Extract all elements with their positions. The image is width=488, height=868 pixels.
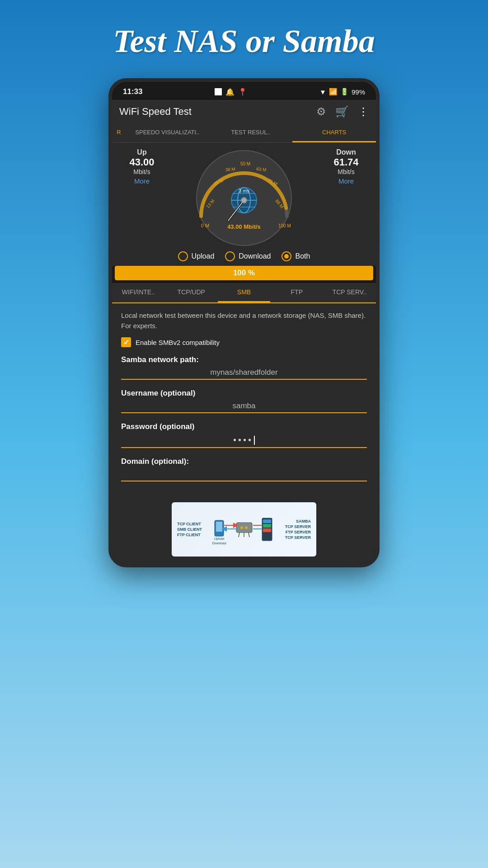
- domain-input[interactable]: [121, 470, 367, 479]
- svg-rect-21: [216, 522, 222, 532]
- svg-rect-24: [236, 523, 252, 533]
- ad-left-labels: TCP CLIENT SMB CLIENT FTP CLIENT: [177, 522, 204, 537]
- proto-tab-tcp[interactable]: TCP/UDP: [165, 283, 218, 302]
- battery-icon: 🔋: [340, 88, 349, 96]
- proto-tabs: WIFI/INTE.. TCP/UDP SMB FTP TCP SERV..: [112, 283, 376, 303]
- svg-point-25: [240, 526, 243, 529]
- ad-label-tcp-client: TCP CLIENT: [177, 522, 204, 526]
- svg-text:43.00 Mbit/s: 43.00 Mbit/s: [227, 223, 261, 230]
- proto-tab-tcpserv[interactable]: TCP SERV..: [323, 283, 376, 302]
- upload-radio-label: Upload: [192, 252, 215, 260]
- samba-path-input[interactable]: [121, 368, 367, 377]
- svg-text:63 M: 63 M: [256, 166, 267, 172]
- battery-percent: 99%: [352, 88, 365, 96]
- both-radio-circle[interactable]: [282, 251, 291, 261]
- username-label: Username (optional): [121, 389, 367, 398]
- down-more[interactable]: More: [338, 177, 354, 185]
- stop-icon: [215, 88, 222, 95]
- app-bar-title: WiFi Speed Test: [119, 106, 192, 118]
- up-label: Up: [137, 148, 146, 156]
- up-value: 43.00: [129, 156, 154, 168]
- ad-label-smb-client: SMB CLIENT: [177, 527, 204, 532]
- progress-bar-outer: 100 %: [115, 266, 373, 280]
- smb-description: Local network test between this device a…: [121, 311, 367, 331]
- svg-line-29: [249, 533, 249, 537]
- password-dots: ••••: [233, 435, 253, 445]
- svg-text:Upload: Upload: [214, 537, 224, 541]
- down-unit: Mbit/s: [338, 168, 354, 175]
- app-bar: WiFi Speed Test ⚙ 🛒 ⋮: [112, 100, 376, 123]
- smbv2-checkbox-label: Enable SMBv2 compatibility: [136, 339, 220, 346]
- svg-rect-35: [263, 528, 271, 532]
- username-field: [121, 401, 367, 413]
- ad-diagram: Upload Download: [208, 509, 280, 550]
- domain-label: Domain (optional):: [121, 457, 367, 466]
- radio-row: Upload Download Both: [112, 248, 376, 266]
- download-radio-label: Download: [239, 252, 271, 260]
- speed-area: Up 43.00 Mbit/s More 0 M: [112, 143, 376, 248]
- svg-point-26: [245, 526, 248, 529]
- phone-frame: 11:33 🔔 📍 ▼ 📶 🔋 99% WiFi Speed Test ⚙ 🛒 …: [108, 78, 380, 567]
- up-more[interactable]: More: [134, 177, 150, 185]
- wifi-icon: ▼: [319, 88, 326, 96]
- progress-bar-text: 100 %: [233, 269, 255, 278]
- samba-path-field: [121, 368, 367, 380]
- ad-right-labels: SAMBA TCP SERVER FTP SERVER TCP SERVER: [284, 519, 311, 540]
- ad-banner[interactable]: TCP CLIENT SMB CLIENT FTP CLIENT Upload …: [172, 502, 316, 557]
- domain-field: [121, 470, 367, 481]
- speedometer-wrap: 0 M 13 M 25 M 38 M 50 M 63 M 75 M 88 M 1…: [164, 148, 324, 248]
- checkmark-icon: ✓: [123, 338, 129, 347]
- username-input[interactable]: [121, 401, 367, 410]
- page-title: Test NAS or Samba: [113, 23, 375, 60]
- cart-icon[interactable]: 🛒: [335, 105, 349, 118]
- download-radio-circle[interactable]: [225, 251, 235, 261]
- radio-both[interactable]: Both: [282, 251, 310, 261]
- progress-bar-wrap: 100 %: [112, 266, 376, 283]
- radio-upload[interactable]: Upload: [178, 251, 215, 261]
- radio-download[interactable]: Download: [225, 251, 271, 261]
- upload-radio-circle[interactable]: [178, 251, 188, 261]
- tab-charts[interactable]: CHARTS: [292, 123, 376, 142]
- svg-text:3 ms: 3 ms: [239, 188, 249, 193]
- smbv2-checkbox-row: ✓ Enable SMBv2 compatibility: [121, 337, 367, 347]
- svg-text:38 M: 38 M: [225, 166, 235, 172]
- status-time: 11:33: [123, 87, 142, 96]
- proto-tab-wifi[interactable]: WIFI/INTE..: [112, 283, 165, 302]
- settings-icon[interactable]: ⚙: [316, 105, 326, 118]
- signal-icon: 📶: [329, 88, 338, 96]
- tab-speedo[interactable]: SPEEDO VISUALIZATI..: [126, 123, 209, 142]
- ad-label-tcp-server2: TCP SERVER: [284, 535, 311, 540]
- ad-label-ftp-server: FTP SERVER: [284, 530, 311, 534]
- proto-tab-smb[interactable]: SMB: [218, 283, 271, 302]
- svg-text:100 M: 100 M: [278, 223, 291, 228]
- speedometer: 0 M 13 M 25 M 38 M 50 M 63 M 75 M 88 M 1…: [194, 148, 294, 248]
- tab-results[interactable]: TEST RESUL..: [209, 123, 293, 142]
- svg-rect-33: [263, 519, 271, 523]
- status-bar: 11:33 🔔 📍 ▼ 📶 🔋 99%: [112, 82, 376, 100]
- ad-label-ftp-client: FTP CLIENT: [177, 533, 204, 537]
- ad-area: TCP CLIENT SMB CLIENT FTP CLIENT Upload …: [112, 498, 376, 564]
- svg-text:Download: Download: [212, 542, 226, 545]
- down-value: 61.74: [333, 156, 358, 168]
- location-icon: 📍: [238, 88, 247, 96]
- svg-point-18: [241, 198, 247, 203]
- cursor-line: [254, 436, 255, 445]
- tab-r[interactable]: R: [112, 123, 126, 142]
- bell-icon: 🔔: [225, 88, 235, 96]
- main-tabs: R SPEEDO VISUALIZATI.. TEST RESUL.. CHAR…: [112, 123, 376, 143]
- ad-label-samba: SAMBA: [284, 519, 311, 524]
- ad-label-tcp-server: TCP SERVER: [284, 524, 311, 529]
- more-vert-icon[interactable]: ⋮: [358, 105, 369, 118]
- down-label: Down: [336, 148, 356, 156]
- svg-rect-34: [263, 524, 271, 528]
- up-unit: Mbit/s: [133, 168, 150, 175]
- both-radio-label: Both: [295, 252, 310, 260]
- password-label: Password (optional): [121, 422, 367, 431]
- password-field: ••••: [121, 435, 367, 448]
- smb-content: Local network test between this device a…: [112, 303, 376, 498]
- svg-line-27: [239, 533, 239, 537]
- smbv2-checkbox[interactable]: ✓: [121, 337, 131, 347]
- proto-tab-ftp[interactable]: FTP: [270, 283, 323, 302]
- svg-text:0 M: 0 M: [201, 223, 209, 228]
- svg-text:50 M: 50 M: [240, 161, 250, 166]
